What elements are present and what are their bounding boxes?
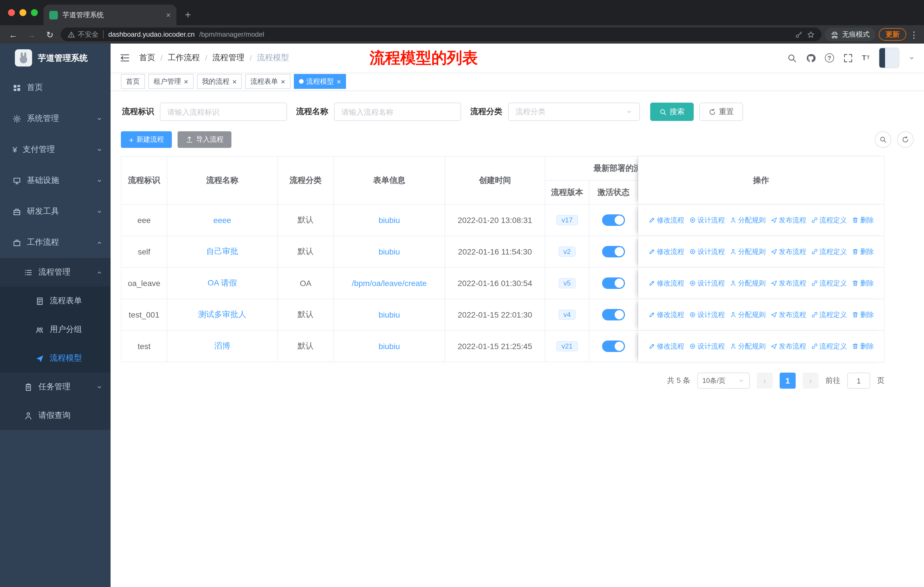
- forward-icon[interactable]: →: [24, 27, 39, 42]
- security-indicator[interactable]: 不安全: [68, 30, 99, 39]
- goto-page-input[interactable]: [847, 373, 870, 389]
- tag-tenant-mgmt[interactable]: 租户管理×: [148, 74, 193, 89]
- toggle-search-button[interactable]: [875, 131, 891, 148]
- action-delete-link[interactable]: 删除: [851, 247, 874, 256]
- action-definition-link[interactable]: 流程定义: [811, 247, 847, 256]
- page-1-button[interactable]: 1: [780, 373, 796, 389]
- prev-page-button[interactable]: ‹: [757, 373, 773, 389]
- tag-close-icon[interactable]: ×: [232, 78, 237, 85]
- form-info-link[interactable]: biubiu: [379, 342, 400, 351]
- action-modify-link[interactable]: 修改流程: [648, 310, 684, 319]
- address-bar[interactable]: 不安全 dashboard.yudao.iocoder.cn/bpm/manag…: [61, 28, 822, 41]
- action-delete-link[interactable]: 删除: [851, 215, 874, 225]
- window-minimize-button[interactable]: [20, 9, 26, 16]
- sidebar-item-devtools[interactable]: 研发工具: [0, 196, 111, 227]
- window-zoom-button[interactable]: [31, 9, 38, 16]
- action-definition-link[interactable]: 流程定义: [811, 310, 847, 319]
- process-name-link[interactable]: eeee: [213, 215, 231, 225]
- tag-close-icon[interactable]: ×: [281, 78, 285, 85]
- sidebar-item-home[interactable]: 首页: [0, 72, 111, 103]
- action-design-link[interactable]: 设计流程: [689, 278, 725, 288]
- help-icon[interactable]: ?: [825, 53, 834, 63]
- next-page-button[interactable]: ›: [803, 373, 818, 389]
- active-toggle[interactable]: [602, 341, 625, 352]
- action-assign-link[interactable]: 分配规则: [729, 310, 766, 319]
- action-delete-link[interactable]: 删除: [851, 278, 874, 288]
- action-publish-link[interactable]: 发布流程: [770, 310, 806, 319]
- process-id-input[interactable]: [160, 103, 287, 121]
- bookmark-star-icon[interactable]: [807, 31, 815, 38]
- tag-process-model[interactable]: 流程模型×: [294, 74, 346, 89]
- sidebar-item-process-model[interactable]: 流程模型: [0, 344, 111, 373]
- sidebar-item-payment[interactable]: ¥支付管理: [0, 134, 111, 165]
- breadcrumb-home[interactable]: 首页: [139, 53, 155, 63]
- action-delete-link[interactable]: 删除: [851, 310, 874, 319]
- new-tab-button[interactable]: +: [180, 7, 196, 23]
- action-design-link[interactable]: 设计流程: [689, 247, 725, 256]
- form-info-link[interactable]: biubiu: [379, 310, 400, 319]
- active-toggle[interactable]: [602, 278, 625, 289]
- password-key-icon[interactable]: [795, 31, 803, 38]
- sidebar-item-task-mgmt[interactable]: 任务管理: [0, 373, 111, 401]
- action-modify-link[interactable]: 修改流程: [648, 215, 684, 225]
- action-assign-link[interactable]: 分配规则: [729, 341, 766, 351]
- action-definition-link[interactable]: 流程定义: [811, 278, 847, 288]
- github-icon[interactable]: [806, 53, 816, 63]
- action-publish-link[interactable]: 发布流程: [770, 215, 806, 225]
- sidebar-item-user-group[interactable]: 用户分组: [0, 315, 111, 344]
- search-icon[interactable]: [787, 53, 797, 63]
- process-name-input[interactable]: [334, 103, 461, 121]
- app-logo-block[interactable]: 芋道管理系统: [0, 43, 111, 72]
- action-assign-link[interactable]: 分配规则: [729, 278, 766, 288]
- active-toggle[interactable]: [602, 309, 625, 321]
- breadcrumb-workflow[interactable]: 工作流程: [168, 53, 200, 63]
- active-toggle[interactable]: [602, 246, 625, 257]
- user-avatar[interactable]: [879, 48, 899, 68]
- action-definition-link[interactable]: 流程定义: [811, 341, 847, 351]
- page-size-select[interactable]: 10条/页: [697, 373, 750, 389]
- form-info-link[interactable]: biubiu: [379, 247, 400, 256]
- category-select[interactable]: 流程分类: [508, 103, 640, 121]
- action-design-link[interactable]: 设计流程: [689, 310, 725, 319]
- tab-close-icon[interactable]: ×: [166, 11, 171, 19]
- window-close-button[interactable]: [8, 9, 15, 16]
- process-name-link[interactable]: OA 请假: [208, 278, 237, 288]
- reset-button[interactable]: 重置: [700, 103, 743, 121]
- process-name-link[interactable]: 自己审批: [206, 246, 238, 257]
- browser-menu-icon[interactable]: ⋮: [910, 30, 918, 39]
- create-process-button[interactable]: + 新建流程: [121, 131, 172, 148]
- browser-update-button[interactable]: 更新: [879, 28, 906, 41]
- back-icon[interactable]: ←: [6, 27, 21, 42]
- action-publish-link[interactable]: 发布流程: [770, 247, 806, 256]
- action-assign-link[interactable]: 分配规则: [729, 215, 766, 225]
- avatar-caret-icon[interactable]: [909, 55, 915, 61]
- tag-close-icon[interactable]: ×: [337, 78, 341, 85]
- search-button[interactable]: 搜索: [650, 103, 694, 121]
- action-publish-link[interactable]: 发布流程: [770, 278, 806, 288]
- import-process-button[interactable]: 导入流程: [178, 131, 231, 148]
- form-info-link[interactable]: biubiu: [379, 215, 400, 225]
- tag-home[interactable]: 首页: [121, 74, 145, 89]
- menu-fold-icon[interactable]: [120, 53, 130, 63]
- sidebar-item-system[interactable]: 系统管理: [0, 103, 111, 134]
- sidebar-item-workflow[interactable]: 工作流程: [0, 227, 111, 258]
- breadcrumb-process-mgmt[interactable]: 流程管理: [213, 53, 244, 63]
- active-toggle[interactable]: [602, 214, 625, 226]
- form-info-link[interactable]: /bpm/oa/leave/create: [352, 279, 427, 288]
- action-modify-link[interactable]: 修改流程: [648, 278, 684, 288]
- tag-close-icon[interactable]: ×: [184, 78, 188, 85]
- sidebar-item-leave-query[interactable]: 请假查询: [0, 401, 111, 430]
- action-design-link[interactable]: 设计流程: [689, 341, 725, 351]
- sidebar-item-process-form[interactable]: 流程表单: [0, 287, 111, 315]
- action-design-link[interactable]: 设计流程: [689, 215, 725, 225]
- font-size-icon[interactable]: TT: [862, 55, 870, 61]
- browser-tab[interactable]: 芋道管理系统 ×: [43, 5, 177, 25]
- action-modify-link[interactable]: 修改流程: [648, 341, 684, 351]
- process-name-link[interactable]: 滔博: [214, 341, 230, 351]
- action-modify-link[interactable]: 修改流程: [648, 247, 684, 256]
- tag-process-form[interactable]: 流程表单×: [245, 74, 290, 89]
- refresh-table-button[interactable]: [897, 131, 914, 148]
- action-delete-link[interactable]: 删除: [851, 341, 874, 351]
- action-publish-link[interactable]: 发布流程: [770, 341, 806, 351]
- fullscreen-icon[interactable]: [843, 53, 853, 63]
